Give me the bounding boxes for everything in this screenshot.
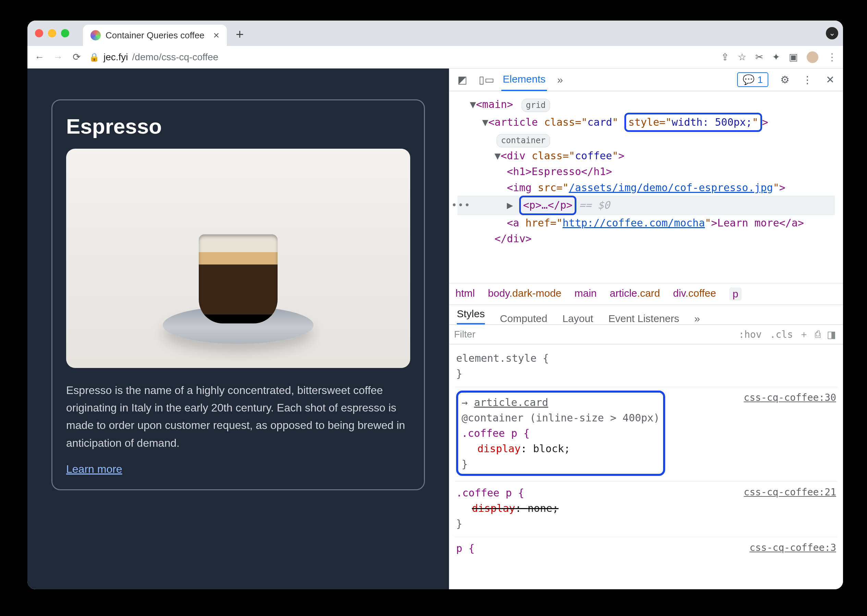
styles-toolbar: Filter :hov .cls ＋ ⎙ ◨: [449, 324, 843, 344]
tab-strip: Container Queries coffee × + ⌄: [27, 20, 843, 46]
node-h1[interactable]: <h1>Espresso</h1>: [507, 165, 612, 178]
forward-button: →: [52, 52, 64, 63]
browser-window: Container Queries coffee × + ⌄ ← → ⟳ 🔒 j…: [27, 20, 843, 589]
card-heading: Espresso: [66, 114, 410, 138]
rule-element-style[interactable]: element.style { }: [455, 347, 837, 387]
address-bar[interactable]: 🔒 jec.fyi/demo/css-cq-coffee: [89, 52, 714, 63]
highlight-style-attr: style="width: 500px;": [625, 113, 762, 132]
crumb-main[interactable]: main: [574, 288, 596, 300]
a-href-link[interactable]: http://coffee.com/mocha: [563, 217, 705, 229]
profile-avatar[interactable]: [807, 51, 818, 63]
rule-source-link[interactable]: css-cq-coffee:21: [744, 485, 836, 500]
issues-badge[interactable]: 💬 1: [737, 72, 768, 87]
share-icon[interactable]: ⇪: [721, 51, 729, 63]
card-description: Espresso is the name of a highly concent…: [66, 382, 410, 452]
learn-more-link[interactable]: Learn more: [66, 463, 122, 475]
rule-p[interactable]: css-cq-coffee:3 p {: [455, 537, 837, 561]
panel-icon[interactable]: ▣: [789, 51, 798, 63]
rule-source-link[interactable]: css-cq-coffee:30: [744, 391, 836, 405]
kebab-menu-icon[interactable]: ⋮: [827, 51, 837, 63]
rule-coffee-p-overridden[interactable]: css-cq-coffee:21 .coffee p { display: no…: [455, 482, 837, 537]
coffee-card: Espresso Espresso is the name of a highl…: [51, 99, 425, 490]
style-rules[interactable]: element.style { } css-cq-coffee:30 → art…: [449, 344, 843, 589]
badge-container[interactable]: container: [497, 134, 550, 147]
coffee-image: [66, 149, 410, 368]
tab-event-listeners[interactable]: Event Listeners: [608, 313, 679, 324]
favicon-icon: [90, 30, 101, 41]
scissors-icon[interactable]: ✂: [755, 51, 763, 63]
bookmark-icon[interactable]: ☆: [738, 51, 746, 63]
close-tab-icon[interactable]: ×: [213, 30, 219, 41]
node-div-close: </div>: [494, 233, 532, 245]
styles-filter-input[interactable]: Filter: [454, 329, 734, 340]
device-toggle-icon[interactable]: ▯▭: [479, 74, 491, 86]
crumb-body[interactable]: body.dark-mode: [488, 288, 562, 300]
tab-styles[interactable]: Styles: [457, 308, 485, 324]
selected-node[interactable]: •••▶ <p>…</p>== $0: [458, 196, 835, 215]
browser-tab[interactable]: Container Queries coffee ×: [83, 25, 227, 46]
dom-tree[interactable]: ▼<main> grid ▼<article class="card" styl…: [449, 91, 843, 283]
tabs-overflow-icon[interactable]: »: [557, 74, 563, 86]
new-tab-button[interactable]: +: [236, 27, 244, 42]
computed-toggle-icon[interactable]: ⎙: [811, 329, 825, 340]
tab-elements[interactable]: Elements: [501, 69, 547, 91]
lock-icon[interactable]: 🔒: [89, 52, 99, 62]
dom-breadcrumbs[interactable]: html body.dark-mode main article.card di…: [449, 283, 843, 305]
styles-tabbar: Styles Computed Layout Event Listeners »: [449, 305, 843, 324]
rule-container-query[interactable]: css-cq-coffee:30 → article.card @contain…: [455, 387, 837, 482]
minimize-window-icon[interactable]: [48, 29, 56, 37]
maximize-window-icon[interactable]: [61, 29, 69, 37]
reload-button[interactable]: ⟳: [71, 51, 82, 63]
crumb-article[interactable]: article.card: [610, 288, 660, 300]
tab-computed[interactable]: Computed: [500, 313, 547, 324]
img-src-link[interactable]: /assets/img/demo/cof-espresso.jpg: [569, 182, 773, 193]
rule-source-link[interactable]: css-cq-coffee:3: [749, 541, 836, 555]
crumb-html[interactable]: html: [455, 288, 475, 300]
window-controls[interactable]: [35, 29, 69, 37]
close-window-icon[interactable]: [35, 29, 43, 37]
devtools-panel: ◩ ▯▭ Elements » 💬 1 ⚙ ⋮ ✕ ▼<main> grid ▼…: [449, 69, 843, 589]
devtools-tabbar: ◩ ▯▭ Elements » 💬 1 ⚙ ⋮ ✕: [449, 69, 843, 91]
tab-layout[interactable]: Layout: [562, 313, 593, 324]
url-path: /demo/css-cq-coffee: [132, 52, 219, 63]
new-rule-icon[interactable]: ＋: [797, 328, 811, 341]
highlight-p-node: <p>…</p>: [519, 196, 576, 215]
url-host: jec.fyi: [104, 52, 128, 63]
back-button[interactable]: ←: [34, 52, 45, 63]
sidebar-toggle-icon[interactable]: ◨: [825, 329, 838, 340]
more-menu-icon[interactable]: ⋮: [801, 74, 814, 86]
tab-title: Container Queries coffee: [105, 30, 205, 41]
tab-overflow-icon[interactable]: ⌄: [826, 27, 838, 39]
inspect-icon[interactable]: ◩: [456, 74, 469, 86]
crumb-div[interactable]: div.coffee: [673, 288, 716, 300]
close-devtools-icon[interactable]: ✕: [824, 74, 836, 86]
extensions-icon[interactable]: ✦: [772, 51, 780, 63]
badge-grid[interactable]: grid: [522, 99, 550, 112]
browser-toolbar: ← → ⟳ 🔒 jec.fyi/demo/css-cq-coffee ⇪ ☆ ✂…: [27, 46, 843, 69]
styles-tabs-overflow[interactable]: »: [694, 313, 700, 324]
settings-icon[interactable]: ⚙: [779, 74, 791, 86]
hov-toggle[interactable]: :hov: [734, 329, 766, 340]
cls-toggle[interactable]: .cls: [766, 329, 797, 340]
page-viewport: Espresso Espresso is the name of a highl…: [27, 69, 449, 589]
highlight-container-rule: → article.card @container (inline-size >…: [456, 391, 665, 476]
node-main[interactable]: <main>: [476, 98, 513, 110]
crumb-p[interactable]: p: [729, 288, 742, 300]
